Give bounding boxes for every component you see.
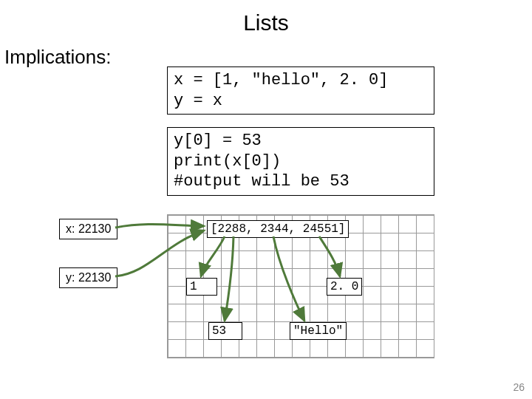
page-number: 26 (513, 381, 525, 393)
mem-cell-2: 2. 0 (327, 278, 362, 296)
var-x-box: x: 22130 (59, 219, 117, 239)
mem-cell-1: 1 (186, 278, 217, 296)
code-block-1: x = [1, "hello", 2. 0] y = x (167, 66, 434, 115)
var-y-box: y: 22130 (59, 267, 117, 288)
code-block-2: y[0] = 53 print(x[0]) #output will be 53 (167, 127, 434, 196)
subheading: Implications: (4, 46, 112, 69)
mem-cell-3: 53 (208, 322, 242, 340)
mem-list-cell: [2288, 2344, 24551] (207, 220, 349, 238)
slide-title: Lists (0, 0, 532, 35)
mem-cell-4: "Hello" (290, 322, 347, 340)
